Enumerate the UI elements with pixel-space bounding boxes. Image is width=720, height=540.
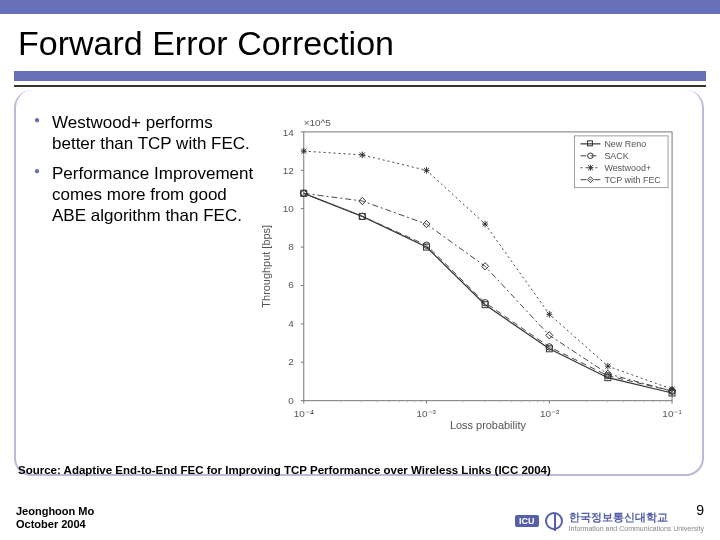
chart: ×10^5 0 2 4 6 8 10 12 14 10⁻⁴ 10⁻³ 10⁻² …	[254, 112, 692, 466]
footer-author: Jeonghoon Mo	[16, 505, 94, 519]
legend-item: Westwood+	[604, 163, 651, 173]
list-item: Westwood+ performs better than TCP with …	[34, 112, 254, 155]
y-tick-label: 10	[283, 203, 295, 214]
slide-body: Westwood+ performs better than TCP with …	[14, 92, 704, 474]
legend-item: SACK	[604, 151, 628, 161]
y-axis-label: Throughput [bps]	[260, 225, 272, 308]
y-tick-label: 12	[283, 165, 295, 176]
x-tick-label: 10⁻⁴	[294, 408, 314, 419]
icu-badge: ICU	[515, 515, 539, 527]
university-logo: ICU 한국정보통신대학교 Information and Communicat…	[515, 510, 704, 532]
legend-item: New Reno	[604, 139, 646, 149]
y-tick-label: 8	[288, 241, 294, 252]
y-tick-label: 4	[288, 318, 294, 329]
x-axis-label: Loss probability	[450, 419, 527, 431]
bullet-list: Westwood+ performs better than TCP with …	[34, 112, 254, 466]
legend-item: TCP with FEC	[604, 175, 661, 185]
y-tick-label: 2	[288, 356, 294, 367]
y-tick-label: 0	[288, 395, 294, 406]
footer-date: October 2004	[16, 518, 94, 532]
page-number: 9	[696, 502, 704, 518]
footer: Jeonghoon Mo October 2004 ICU 한국정보통신대학교 …	[16, 505, 704, 533]
title-underline-thin	[14, 85, 706, 87]
footer-author-block: Jeonghoon Mo October 2004	[16, 505, 94, 533]
y-tick-label: 6	[288, 279, 294, 290]
chart-legend: New Reno SACK Westwood+ TCP with FEC	[575, 136, 669, 188]
x-tick-label: 10⁻²	[540, 408, 560, 419]
uni-name-kr: 한국정보통신대학교	[569, 510, 704, 525]
list-item: Performance Improvement comes more from …	[34, 163, 254, 227]
uni-name-en: Information and Communications Universit…	[569, 525, 704, 532]
x-tick-label: 10⁻¹	[662, 408, 682, 419]
title-underline-thick	[14, 71, 706, 81]
x-tick-label: 10⁻³	[417, 408, 437, 419]
y-tick-label: 14	[283, 127, 295, 138]
globe-icon	[545, 512, 563, 530]
y-multiplier: ×10^5	[304, 117, 332, 128]
slide-top-accent	[0, 0, 720, 14]
slide-title: Forward Error Correction	[18, 24, 702, 63]
